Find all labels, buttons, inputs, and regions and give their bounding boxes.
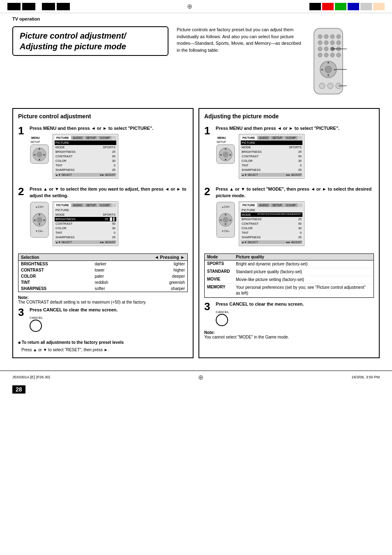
right-step-2-text: Press ▲ or ▼ to select "MODE", then pres…	[216, 186, 374, 199]
svg-text:▼: ▼	[38, 223, 41, 226]
left-menu-screen-1: PICTURE AUDIO SETUP V-CHIP PICTURE MODES…	[53, 134, 118, 179]
page-content: Picture control adjustment/ Adjusting th…	[0, 22, 392, 366]
menu-row-contrast: CONTRAST50	[55, 154, 116, 159]
sel-row-color: COLOR paler deeper	[18, 273, 187, 279]
svg-point-33	[37, 152, 42, 157]
svg-text:▼: ▼	[224, 223, 227, 226]
svg-point-2	[324, 35, 328, 39]
left-step-2-text: Press ▲ or ▼ to select the item you want…	[30, 186, 188, 199]
menu-row-tint: TINT0	[55, 163, 116, 168]
menu2-row-sharpness: SHARPNESS25	[55, 235, 116, 240]
right-menu-title-bar-1: PICTURE AUDIO SETUP V-CHIP	[241, 136, 302, 140]
mode-sports-desc: Bright and dynamic picture (factory-set)	[236, 261, 371, 267]
header-block-3	[42, 3, 55, 10]
right-cancel-label: CANCEL	[216, 310, 229, 314]
sel-contrast-left: lower	[95, 268, 120, 272]
menu-row-picture: PICTURE	[55, 140, 116, 145]
sel-tint-label: TINT	[21, 280, 54, 285]
left-step-1-num: 1	[18, 125, 26, 136]
menu-tab2-setup: SETUP	[85, 203, 97, 207]
header-bar: ⊕	[0, 0, 392, 13]
left-step-1: 1 Press MENU and then press ◄ or ► to se…	[18, 125, 188, 182]
r2-menu-row-tint: TINT0	[241, 230, 302, 235]
left-cancel-circle	[30, 320, 42, 332]
left-cancel-label: CANCEL	[30, 316, 43, 320]
menu2-row-tint: TINT0	[55, 230, 116, 235]
menu-tab-picture: PICTURE	[55, 136, 71, 140]
sel-tint-right: greenish	[160, 280, 185, 285]
right-step-1: 1 Press MENU and then press ◄ or ► to se…	[204, 125, 374, 182]
left-step-2-screen: ▲CH+ ▲ ▼ ◄ ► ▼CH–	[30, 201, 188, 246]
right-step-2-num: 2	[204, 186, 212, 197]
svg-text:►: ►	[334, 68, 337, 71]
right-step-1-num: 1	[204, 125, 212, 136]
remote-right-mini-2: ▲CH+ ▲ ▼ ◄ ► ▼CH–	[216, 201, 235, 240]
footer-right-text: 16/3/06, 3:50 PM	[351, 375, 380, 379]
right-note-text: You cannot select "MODE" in the Game mod…	[204, 335, 289, 339]
svg-point-13	[318, 53, 322, 57]
svg-text:►: ►	[43, 153, 46, 156]
color-block-green	[335, 3, 346, 10]
header-decorative-left	[7, 3, 70, 10]
left-step-3-num: 3	[18, 307, 26, 318]
svg-text:◄: ◄	[320, 68, 323, 71]
left-step-2-content: Press ▲ or ▼ to select the item you want…	[30, 186, 188, 249]
right-menu-screen-1: PICTURE AUDIO SETUP V-CHIP PICTURE MODES…	[239, 134, 304, 179]
mode-row-memory: MEMORY Your personal preferences (set by…	[205, 284, 374, 297]
svg-point-9	[318, 47, 322, 51]
sel-sharpness-label: SHARPNESS	[21, 286, 54, 291]
two-column-layout: Picture control adjustment 1 Press MENU …	[12, 108, 380, 358]
left-note-text: The CONTRAST default setting is set to m…	[18, 300, 146, 304]
sel-brightness-left: darker	[95, 262, 120, 266]
left-menu-screen-2: PICTURE AUDIO SETUP V-CHIP PICTURE MODES…	[53, 201, 118, 246]
left-column: Picture control adjustment 1 Press MENU …	[12, 108, 194, 358]
right-cancel-circle	[216, 314, 228, 326]
sel-color-right: deeper	[160, 274, 185, 279]
left-step-1-screen: MENU SETUP ▲ ▼ ◄ ►	[30, 134, 188, 179]
svg-text:▼: ▼	[224, 158, 227, 161]
left-note: Note: The CONTRAST default setting is se…	[18, 295, 188, 304]
mode-col-mode-header: Mode	[207, 255, 236, 259]
svg-text:SETUP: SETUP	[217, 140, 226, 143]
remote-mini-svg-1: MENU SETUP ▲ ▼ ◄ ►	[30, 134, 49, 167]
r-menu-bottom-1: ▲▼ SELECT◄► ADJUST	[241, 173, 302, 177]
right-step-3: 3 Press CANCEL to clear the menu screen.…	[204, 301, 374, 326]
header-color-blocks	[309, 3, 385, 10]
sel-color-left: paler	[95, 274, 120, 279]
mode-standard-desc: Standard picture quality (factory-set)	[236, 269, 371, 275]
menu2-row-contrast: CONTRAST50	[55, 221, 116, 226]
svg-point-41	[37, 217, 42, 223]
r2-menu-tab-audio: AUDIO	[258, 203, 270, 207]
svg-text:◄: ◄	[219, 219, 222, 221]
selection-table: Selection ◄ Pressing ► BRIGHTNESS darker…	[18, 253, 188, 292]
header-crosshair: ⊕	[187, 2, 192, 10]
left-col-header: Picture control adjustment	[18, 113, 188, 121]
svg-text:▲: ▲	[38, 147, 41, 150]
right-step-2-screen: ▲CH+ ▲ ▼ ◄ ► ▼CH–	[216, 201, 374, 246]
menu2-row-brightness: BRIGHTNESS25 ▐▌▌	[55, 217, 116, 221]
menu2-row-color: COLOR30	[55, 226, 116, 230]
right-step-1-content: Press MENU and then press ◄ or ► to sele…	[216, 125, 374, 182]
svg-point-3	[330, 35, 334, 39]
mode-movie-name: MOVIE	[207, 277, 236, 281]
selection-label: Selection	[21, 255, 39, 260]
svg-point-4	[337, 35, 341, 39]
r-menu-row-sharpness: SHARPNESS25	[241, 168, 302, 172]
svg-point-6	[324, 41, 328, 45]
right-step-3-num: 3	[204, 301, 212, 312]
svg-point-15	[330, 53, 334, 57]
svg-text:►: ►	[43, 219, 46, 221]
svg-text:▲: ▲	[224, 147, 227, 150]
remote-left-mini-2: ▲CH+ ▲ ▼ ◄ ► ▼CH–	[30, 201, 49, 240]
right-cancel-area: CANCEL	[216, 310, 374, 326]
sel-row-sharpness: SHARPNESS softer sharper	[18, 286, 187, 292]
menu-tab2-audio: AUDIO	[71, 203, 84, 207]
right-menu-screen-2: PICTURE AUDIO SETUP V-CHIP PICTURE MODES…	[239, 201, 304, 246]
menu-row-mode: MODESPORTS	[55, 145, 116, 150]
left-step-3: 3 Press CANCEL to clear the menu screen.…	[18, 307, 188, 332]
svg-text:MENU: MENU	[217, 136, 226, 139]
sel-color-label: COLOR	[21, 274, 54, 279]
mode-memory-desc: Your personal preferences (set by you; s…	[236, 285, 371, 296]
mode-memory-name: MEMORY	[207, 285, 236, 289]
left-step-1-text: Press MENU and then press ◄ or ► to sele…	[30, 125, 188, 131]
